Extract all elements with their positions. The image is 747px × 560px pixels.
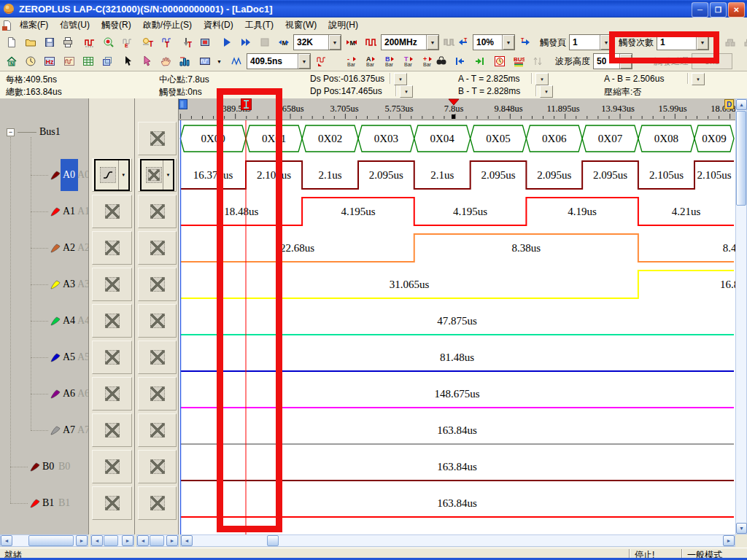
trigger-cell-A5[interactable] — [92, 341, 132, 374]
run-button[interactable] — [217, 34, 236, 50]
minimize-button[interactable]: ─ — [692, 2, 708, 18]
channel-pen-icon[interactable] — [50, 169, 61, 181]
vertical-scroll-thumb[interactable] — [736, 111, 746, 206]
filter-cell-B1[interactable] — [138, 486, 177, 520]
trigger-cell-A7[interactable] — [92, 413, 132, 447]
scroll-left-arrow[interactable]: ◄ — [91, 535, 103, 546]
timing-button[interactable] — [21, 53, 39, 69]
t-bar-button[interactable]: TBar — [400, 53, 418, 69]
navigator-button[interactable] — [98, 53, 116, 69]
chevron-down-icon[interactable]: ▼ — [696, 35, 708, 50]
channel-label-B1[interactable]: B1 — [42, 497, 54, 509]
channel-pen-icon[interactable] — [50, 351, 61, 363]
prev-trigger-button[interactable]: T — [454, 34, 472, 50]
channel-pen-icon[interactable] — [50, 206, 61, 217]
home-button[interactable]: N — [2, 53, 20, 69]
minus-bar-button[interactable]: -Bar — [343, 53, 361, 69]
trigger-cell-A3[interactable] — [92, 268, 132, 301]
trigger-page-combo[interactable]: 1▼ — [569, 34, 613, 50]
open-button[interactable] — [21, 34, 39, 50]
tree-collapse-button[interactable]: − — [7, 128, 15, 136]
scroll-right-arrow[interactable]: ► — [76, 535, 88, 546]
find-button[interactable] — [432, 53, 450, 69]
stack-panel2-button[interactable] — [740, 34, 747, 50]
compress-out-button[interactable]: M — [342, 34, 360, 50]
filter-condition-combo[interactable]: ▼ — [140, 159, 174, 191]
select-cursor-button[interactable] — [118, 53, 136, 69]
trigger-cell-B1[interactable] — [92, 486, 132, 520]
trigger-cell-A4[interactable] — [92, 304, 132, 338]
trigger-level-button[interactable]: T — [139, 34, 157, 50]
wave-height-spinner[interactable]: 50▼ — [593, 53, 632, 69]
zoom-wave-button[interactable] — [228, 53, 246, 69]
trigger-probe-button[interactable]: T — [177, 34, 195, 50]
filter-cell-A0[interactable]: ▼ — [138, 158, 177, 192]
info-dropdown-button[interactable]: ▼ — [394, 73, 407, 85]
horizontal-scroll-thumb[interactable] — [150, 535, 164, 546]
sampling-setup-button[interactable] — [80, 34, 98, 50]
menu-item-1[interactable]: 檔案(F) — [14, 18, 54, 33]
bar-chart-button[interactable] — [175, 53, 193, 69]
a-bar-button[interactable]: ABar — [362, 53, 380, 69]
sample-clock-button[interactable] — [362, 34, 380, 50]
scroll-right-arrow[interactable]: ► — [723, 535, 735, 546]
pulse-cursor-button[interactable] — [311, 53, 330, 69]
channel-pen-icon[interactable] — [50, 424, 61, 436]
info-dropdown-button[interactable]: ▼ — [692, 73, 705, 85]
channel-pen-icon[interactable] — [29, 461, 41, 472]
chevron-down-icon[interactable]: ▼ — [214, 59, 224, 64]
stop-button[interactable] — [255, 34, 274, 50]
channel-pen-icon[interactable] — [50, 279, 61, 290]
swap-button[interactable] — [528, 53, 546, 69]
menu-item-7[interactable]: 視窗(W) — [279, 18, 322, 33]
frequency-button[interactable]: Hz — [40, 53, 58, 69]
bus-setup-button[interactable]: BUS — [509, 53, 527, 69]
channel-label-B0[interactable]: B0 — [42, 461, 54, 472]
menu-item-5[interactable]: 資料(D) — [198, 18, 239, 33]
trigger-cell-A2[interactable] — [92, 231, 132, 265]
trigger-condition-combo[interactable]: ▼ — [94, 159, 130, 191]
channel-pen-icon[interactable] — [50, 315, 61, 327]
channel-label-A4[interactable]: A4 — [63, 315, 75, 327]
zoom-percent-combo[interactable]: 10%▼ — [473, 34, 515, 50]
chevron-down-icon[interactable]: ▼ — [118, 160, 128, 190]
wave-mode-button[interactable] — [196, 53, 214, 69]
channel-label-A6[interactable]: A6 — [63, 388, 75, 400]
filter-cell-A6[interactable] — [138, 377, 177, 411]
bus-name-label[interactable]: Bus1 — [39, 126, 61, 138]
filter-cell-bus[interactable] — [138, 122, 177, 155]
trigger-cell-B0[interactable] — [92, 450, 132, 483]
scroll-right-arrow[interactable]: ► — [122, 535, 133, 546]
stack-panel-button[interactable] — [721, 34, 739, 50]
b-bar-button[interactable]: BBar — [381, 53, 399, 69]
filter-cell-A1[interactable] — [138, 195, 177, 228]
goto-prev-edge-button[interactable] — [451, 53, 469, 69]
timer-button[interactable] — [490, 53, 508, 69]
menu-item-8[interactable]: 說明(H) — [322, 18, 364, 33]
horizontal-scroll-thumb[interactable] — [104, 535, 118, 546]
menu-item-3[interactable]: 觸發(R) — [96, 18, 137, 33]
scroll-down-arrow[interactable]: ▼ — [736, 523, 747, 534]
trigger-count-combo[interactable]: 1▼ — [657, 34, 709, 50]
filter-cell-A2[interactable] — [138, 231, 177, 265]
channel-label-A3[interactable]: A3 — [63, 279, 75, 290]
waveform-view-button[interactable] — [60, 53, 78, 69]
horizontal-scroll-thumb[interactable] — [267, 535, 279, 546]
print-button[interactable] — [58, 34, 77, 50]
sample-rate-combo[interactable]: 200MHz▼ — [381, 34, 439, 50]
trigger-cell-A6[interactable] — [92, 377, 132, 411]
repeat-run-button[interactable] — [236, 34, 255, 50]
menu-item-4[interactable]: 啟動/停止(S) — [137, 18, 198, 33]
horizontal-scroll-thumb[interactable] — [28, 535, 74, 546]
menu-item-2[interactable]: 信號(U) — [54, 18, 96, 33]
scroll-left-arrow[interactable]: ◄ — [181, 535, 193, 546]
chevron-down-icon[interactable]: ▼ — [298, 54, 310, 69]
chevron-down-icon[interactable]: ▼ — [426, 35, 438, 50]
restore-button[interactable]: ❐ — [710, 2, 727, 18]
device-button[interactable] — [196, 34, 214, 50]
channel-label-A1[interactable]: A1 — [63, 206, 75, 217]
goto-next-edge-button[interactable] — [470, 53, 488, 69]
new-button[interactable] — [2, 34, 20, 50]
info-dropdown-button[interactable]: ▼ — [400, 85, 413, 98]
trigger-cell-A0[interactable]: ▼ — [92, 158, 132, 192]
